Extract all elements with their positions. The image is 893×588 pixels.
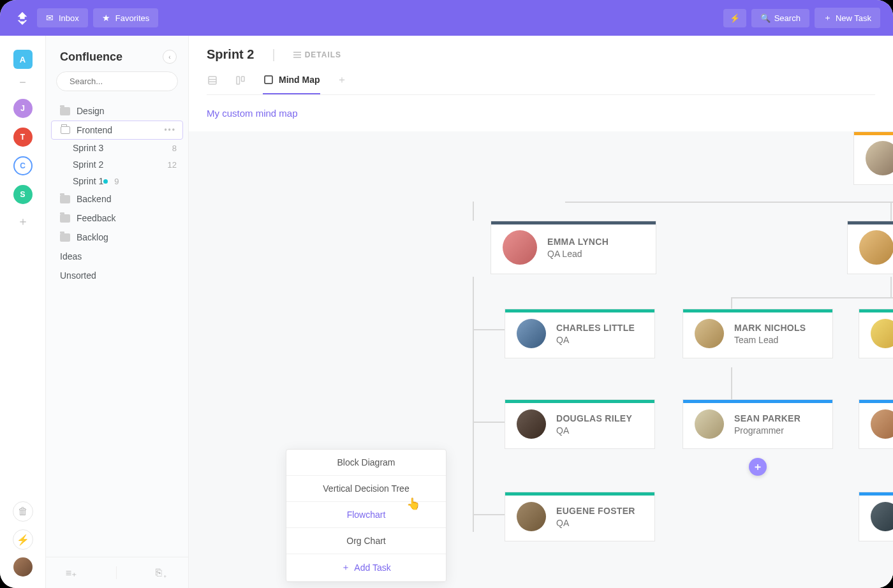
workspace-a[interactable]: A [13, 50, 33, 69]
menu-item-block-diagram[interactable]: Block Diagram [286, 450, 446, 476]
avatar [695, 319, 724, 348]
status-dot [103, 179, 108, 184]
menu-item-flowchart[interactable]: Flowchart [286, 502, 446, 528]
page-title: Sprint 2 [207, 47, 254, 62]
folder-icon [60, 107, 70, 115]
avatar [517, 502, 546, 531]
search-label: Search [774, 13, 801, 23]
folder-icon [60, 195, 70, 203]
add-view-button[interactable]: ＋ [337, 73, 347, 94]
sidebar-item-backlog[interactable]: Backlog [46, 228, 188, 247]
tab-board[interactable] [235, 75, 246, 94]
collapse-sidebar-button[interactable]: ‹ [163, 50, 177, 64]
sidebar-item-backend[interactable]: Backend [46, 189, 188, 209]
view-tabs: Mind Map ＋ [207, 73, 875, 95]
avatar [517, 319, 546, 348]
new-task-button[interactable]: ＋ New Task [815, 8, 880, 28]
sidebar-item-sprint2[interactable]: Sprint 2 12 [46, 156, 188, 173]
menu-item-add-task[interactable]: ＋ Add Task [286, 554, 446, 582]
org-node-tech-dir[interactable]: JERRY WAGNER Technical Director [847, 221, 893, 274]
new-list-icon[interactable]: ≡₊ [66, 567, 77, 579]
avatar [859, 230, 893, 265]
diagram-type-menu: Block Diagram Vertical Decision Tree Flo… [286, 449, 447, 582]
sidebar-item-unsorted[interactable]: Unsorted [46, 266, 188, 285]
org-node-mark[interactable]: MARK NICHOLS Team Lead [683, 309, 833, 358]
details-button[interactable]: DETAILS [293, 50, 341, 59]
sidebar-item-frontend[interactable]: Frontend ••• [51, 121, 183, 140]
org-node-qa-lead[interactable]: EMMA LYNCH QA Lead [491, 221, 656, 274]
avatar [866, 141, 893, 175]
user-t[interactable]: T [13, 128, 33, 147]
star-icon: ★ [102, 13, 110, 23]
folder-icon [60, 214, 70, 223]
folder-icon [61, 126, 70, 134]
bolt-button[interactable]: ⚡ [723, 9, 746, 27]
avatar [871, 409, 893, 439]
avatar [871, 502, 893, 531]
rail-collapse-icon[interactable]: − [19, 76, 26, 89]
folder-icon [60, 233, 70, 242]
org-node-john[interactable]: JOHN Junio [859, 492, 893, 541]
svg-rect-4 [242, 77, 245, 82]
sidebar-footer: ≡₊ ⎘₊ [46, 557, 188, 588]
sidebar-item-sprint1[interactable]: Sprint 1 9 [46, 173, 188, 189]
search-button[interactable]: 🔍 Search [751, 9, 809, 27]
sidebar-item-design[interactable]: Design [46, 101, 188, 121]
sidebar-item-ideas[interactable]: Ideas [46, 247, 188, 266]
current-user-avatar[interactable] [13, 557, 33, 577]
new-task-label: New Task [836, 13, 871, 23]
menu-item-decision-tree[interactable]: Vertical Decision Tree [286, 476, 446, 502]
tab-mindmap[interactable]: Mind Map [263, 74, 320, 94]
favorites-button[interactable]: ★ Favorites [93, 8, 158, 27]
org-node-nich[interactable]: NICH Team [859, 309, 893, 358]
new-folder-icon[interactable]: ⎘₊ [156, 567, 168, 578]
user-s[interactable]: S [13, 185, 33, 204]
inbox-button[interactable]: ✉ Inbox [37, 8, 88, 27]
user-c[interactable]: C [13, 156, 33, 175]
more-icon[interactable]: ••• [164, 126, 176, 135]
avatar [695, 409, 724, 439]
bolt-icon: ⚡ [730, 13, 740, 23]
sidebar-item-feedback[interactable]: Feedback [46, 209, 188, 228]
avatar [503, 230, 537, 265]
automation-icon[interactable]: ⚡ [13, 529, 33, 550]
org-node-douglas[interactable]: DOUGLAS RILEY QA [505, 399, 655, 449]
avatar [871, 319, 893, 348]
sidebar: Confluence ‹ Design Frontend ••• [46, 36, 189, 588]
content-area: Sprint 2 | DETAILS [189, 36, 893, 588]
favorites-label: Favorites [115, 13, 149, 23]
trash-icon[interactable]: 🗑 [13, 501, 33, 522]
mind-map-canvas[interactable]: HENRY BENNETT Chairman & CEO EMMA LYNCH … [189, 131, 893, 588]
workspace-rail: A − J T C S ＋ 🗑 ⚡ [0, 36, 46, 588]
menu-item-org-chart[interactable]: Org Chart [286, 528, 446, 554]
avatar [517, 409, 546, 439]
org-node-sean[interactable]: SEAN PARKER Programmer [683, 399, 833, 449]
sidebar-search[interactable] [56, 71, 178, 91]
list-view-icon [207, 75, 218, 86]
inbox-label: Inbox [59, 13, 79, 23]
inbox-icon: ✉ [46, 13, 54, 23]
breadcrumb[interactable]: My custom mind map [189, 95, 893, 131]
org-node-eugene[interactable]: EUGENE FOSTER QA [505, 492, 655, 541]
svg-rect-0 [209, 77, 216, 84]
org-node-ceo[interactable]: HENRY BENNETT Chairman & CEO [853, 131, 893, 185]
org-node-charles[interactable]: CHARLES LITTLE QA [505, 309, 655, 358]
plus-icon: ＋ [823, 12, 832, 24]
user-j[interactable]: J [13, 99, 33, 118]
tab-list[interactable] [207, 75, 218, 94]
svg-rect-3 [237, 77, 240, 84]
sidebar-title: Confluence [60, 50, 122, 64]
plus-icon: ＋ [341, 562, 350, 573]
board-view-icon [235, 75, 246, 86]
logo-icon[interactable] [13, 8, 32, 27]
svg-rect-5 [265, 76, 272, 84]
mindmap-icon [263, 74, 274, 85]
search-icon: 🔍 [760, 13, 771, 23]
org-node-mich[interactable]: MICH Progr [859, 399, 893, 449]
add-child-button[interactable]: ＋ [749, 458, 767, 476]
app-header: ✉ Inbox ★ Favorites ⚡ 🔍 Search ＋ New Tas… [0, 0, 893, 36]
search-input[interactable] [70, 77, 177, 86]
sidebar-item-sprint3[interactable]: Sprint 3 8 [46, 140, 188, 156]
cursor-icon: 👆 [406, 497, 420, 511]
add-workspace-button[interactable]: ＋ [17, 214, 29, 229]
